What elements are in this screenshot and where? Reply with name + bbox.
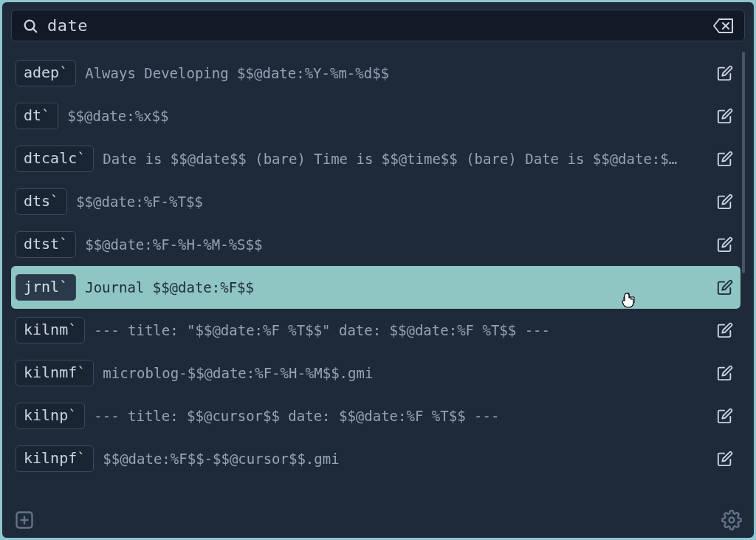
scrollbar[interactable]	[742, 52, 745, 273]
snippet-row[interactable]: kilnm`--- title: "$$@date:%F %T$$" date:…	[11, 309, 740, 352]
snippet-description: Always Developing $$@date:%Y-%m-%d$$	[85, 65, 708, 81]
snippet-description: $$@date:%F-%T$$	[76, 194, 708, 210]
edit-snippet-button[interactable]	[717, 279, 733, 295]
snippet-row[interactable]: dts`$$@date:%F-%T$$	[11, 180, 740, 223]
snippet-trigger: dts`	[16, 188, 67, 215]
edit-icon	[717, 451, 733, 467]
snippet-trigger: kilnm`	[16, 317, 85, 344]
edit-icon	[717, 194, 733, 210]
edit-icon	[717, 236, 733, 253]
search-bar	[11, 10, 745, 41]
snippet-trigger: kilnp`	[16, 403, 85, 429]
snippet-row[interactable]: jrnl`Journal $$@date:%F$$	[11, 266, 740, 309]
gear-icon	[721, 510, 742, 530]
snippet-description: microblog-$$@date:%F-%H-%M$$.gmi	[103, 365, 708, 381]
snippet-list: adep`Always Developing $$@date:%Y-%m-%d$…	[11, 52, 745, 504]
search-input[interactable]	[47, 16, 704, 35]
edit-snippet-button[interactable]	[717, 408, 733, 424]
snippet-description: Journal $$@date:%F$$	[85, 279, 708, 295]
snippet-row[interactable]: adep`Always Developing $$@date:%Y-%m-%d$…	[11, 52, 740, 95]
edit-icon	[717, 408, 733, 424]
snippet-row[interactable]: kilnpf`$$@date:%F$$-$$@cursor$$.gmi	[11, 437, 740, 480]
footer	[11, 507, 745, 532]
snippet-row[interactable]: dt`$$@date:%x$$	[11, 95, 740, 137]
edit-snippet-button[interactable]	[717, 151, 733, 167]
svg-point-7	[729, 518, 735, 523]
edit-icon	[717, 365, 733, 381]
snippet-trigger: dt`	[16, 103, 58, 129]
edit-icon	[717, 65, 733, 81]
add-snippet-button[interactable]	[14, 510, 35, 530]
snippet-row[interactable]: kilnp`--- title: $$@cursor$$ date: $$@da…	[11, 394, 740, 437]
edit-icon	[717, 108, 733, 124]
snippet-description: $$@date:%x$$	[67, 108, 708, 124]
app-window: adep`Always Developing $$@date:%Y-%m-%d$…	[2, 2, 754, 538]
snippet-description: Date is $$@date$$ (bare) Time is $$@time…	[103, 151, 708, 167]
snippet-trigger: jrnl`	[16, 274, 76, 301]
clear-search-button[interactable]	[713, 18, 734, 34]
plus-box-icon	[14, 510, 35, 530]
search-icon	[22, 18, 38, 34]
snippet-row[interactable]: dtst`$$@date:%F-%H-%M-%S$$	[11, 223, 740, 266]
snippet-trigger: kilnmf`	[16, 360, 94, 386]
settings-button[interactable]	[721, 510, 742, 530]
edit-icon	[717, 151, 733, 167]
edit-snippet-button[interactable]	[717, 236, 733, 253]
edit-icon	[717, 279, 733, 295]
edit-snippet-button[interactable]	[717, 451, 733, 467]
edit-snippet-button[interactable]	[717, 65, 733, 81]
snippet-trigger: dtst`	[16, 231, 76, 258]
edit-snippet-button[interactable]	[717, 322, 733, 338]
edit-icon	[717, 322, 733, 338]
snippet-row[interactable]: kilnmf`microblog-$$@date:%F-%H-%M$$.gmi	[11, 352, 740, 394]
edit-snippet-button[interactable]	[717, 194, 733, 210]
snippet-description: $$@date:%F$$-$$@cursor$$.gmi	[103, 451, 708, 467]
backspace-icon	[713, 18, 734, 34]
edit-snippet-button[interactable]	[717, 365, 733, 381]
snippet-description: --- title: $$@cursor$$ date: $$@date:%F …	[94, 408, 708, 424]
svg-line-1	[33, 28, 37, 32]
snippet-description: --- title: "$$@date:%F %T$$" date: $$@da…	[94, 322, 708, 338]
snippet-trigger: dtcalc`	[16, 146, 94, 172]
snippet-trigger: kilnpf`	[16, 445, 94, 472]
snippet-description: $$@date:%F-%H-%M-%S$$	[85, 236, 708, 253]
edit-snippet-button[interactable]	[717, 108, 733, 124]
snippet-row[interactable]: dtcalc`Date is $$@date$$ (bare) Time is …	[11, 137, 740, 180]
snippet-trigger: adep`	[16, 60, 76, 86]
